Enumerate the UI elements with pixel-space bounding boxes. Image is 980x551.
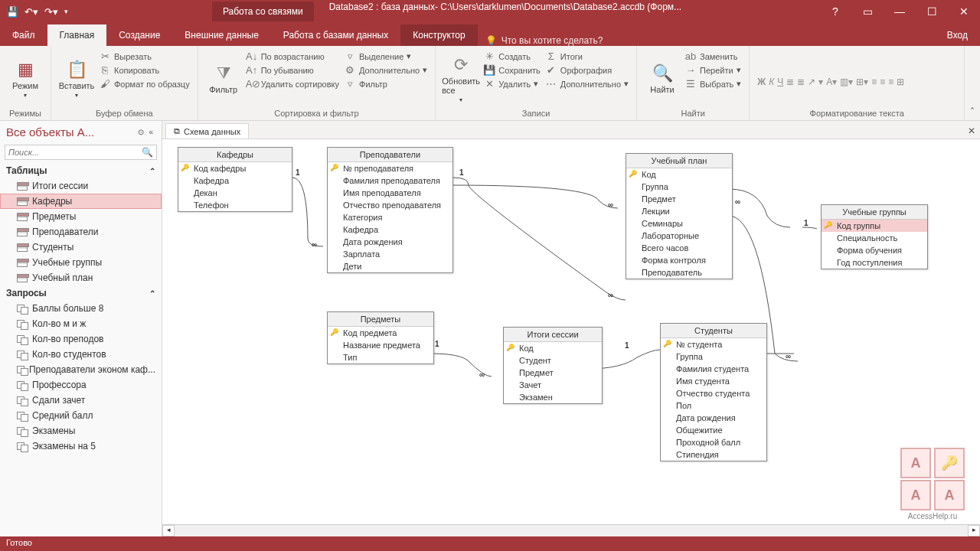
table-field[interactable]: Год поступления: [822, 256, 927, 269]
table-header[interactable]: Учебный план: [626, 154, 732, 168]
table-field[interactable]: Стипендия: [661, 448, 766, 461]
sidebar-query-item[interactable]: Кол-во студентов: [0, 347, 162, 362]
table-field[interactable]: Дети: [328, 260, 452, 272]
sidebar-query-item[interactable]: Баллы больше 8: [0, 301, 162, 316]
table-field[interactable]: Группа: [661, 350, 766, 363]
table-header[interactable]: Студенты: [661, 324, 766, 338]
tables-section[interactable]: Таблицы⌃: [0, 163, 162, 178]
sidebar-query-item[interactable]: Средний балл: [0, 408, 162, 423]
diagram-table-itog[interactable]: Итоги сессииКодСтудентПредметЗачетЭкзаме…: [503, 327, 603, 404]
table-field[interactable]: Общежитие: [661, 424, 766, 436]
table-header[interactable]: Учебные группы: [822, 205, 927, 220]
more-button[interactable]: ⋯Дополнительно ▾: [545, 78, 629, 90]
table-field[interactable]: Пол: [661, 399, 766, 412]
collapse-ribbon-icon[interactable]: ˄: [965, 46, 980, 120]
table-field[interactable]: Тип: [328, 351, 433, 364]
sidebar-table-item[interactable]: Учебные группы: [0, 255, 162, 270]
table-field[interactable]: Декан: [178, 187, 292, 199]
table-field[interactable]: Преподаватель: [626, 266, 732, 279]
table-field[interactable]: Форма контроля: [626, 254, 732, 266]
maximize-icon[interactable]: ☐: [916, 0, 948, 23]
clear-sort-button[interactable]: A⊘Удалить сортировку: [246, 78, 339, 90]
table-field[interactable]: Кафедра: [328, 223, 452, 236]
table-field[interactable]: Лабораторные: [626, 230, 732, 242]
sidebar-query-item[interactable]: Кол-во преподов: [0, 331, 162, 347]
sort-asc-button[interactable]: A↓По возрастанию: [246, 51, 339, 62]
delete-record-button[interactable]: ✕Удалить ▾: [483, 78, 541, 90]
sort-desc-button[interactable]: A↑По убыванию: [246, 64, 339, 76]
search-icon[interactable]: 🔍: [139, 145, 156, 159]
diagram-table-plan[interactable]: Учебный планКодГруппаПредметЛекцииСемина…: [626, 153, 733, 279]
minimize-icon[interactable]: —: [884, 0, 916, 23]
sidebar-query-item[interactable]: Кол-во м и ж: [0, 316, 162, 331]
sidebar-table-item[interactable]: Учебный план: [0, 270, 162, 285]
table-field[interactable]: Форма обучения: [822, 244, 927, 256]
qat-more-icon[interactable]: ▾: [64, 8, 68, 15]
table-field[interactable]: Фамилия преподавателя: [328, 174, 452, 187]
tab-dbtools[interactable]: Работа с базами данных: [271, 24, 400, 46]
tab-file[interactable]: Файл: [0, 24, 47, 46]
refresh-button[interactable]: ⟳Обновить все▾: [443, 49, 479, 109]
view-mode-button[interactable]: ▦Режим▾: [8, 49, 43, 109]
undo-icon[interactable]: ↶▾: [24, 6, 38, 18]
sidebar-query-item[interactable]: Преподаватели эконом каф...: [0, 362, 162, 377]
table-field[interactable]: Название предмета: [328, 339, 433, 351]
table-field[interactable]: Код: [626, 168, 732, 181]
table-field[interactable]: Кафедра: [178, 174, 292, 187]
sidebar-table-item[interactable]: Преподаватели: [0, 224, 162, 240]
table-field[interactable]: Предмет: [626, 193, 732, 205]
table-field[interactable]: Проходной балл: [661, 436, 766, 448]
diagram-table-prep[interactable]: Преподаватели№ преподавателяФамилия преп…: [327, 147, 453, 273]
formatpainter-button[interactable]: 🖌Формат по образцу: [99, 78, 190, 90]
save-icon[interactable]: 💾: [6, 6, 18, 18]
sidebar-query-item[interactable]: Профессора: [0, 377, 162, 393]
selection-button[interactable]: ▿Выделение ▾: [344, 51, 427, 62]
table-field[interactable]: Фамилия студента: [661, 363, 766, 375]
table-field[interactable]: Код предмета: [328, 327, 433, 339]
sidebar-query-item[interactable]: Экзамены: [0, 423, 162, 439]
table-field[interactable]: Лекции: [626, 205, 732, 217]
new-record-button[interactable]: ✳Создать: [483, 51, 541, 62]
diagram-table-kaf[interactable]: КафедрыКод кафедрыКафедраДеканТелефон: [178, 147, 292, 212]
sidebar-query-item[interactable]: Экзамены на 5: [0, 439, 162, 454]
table-field[interactable]: Студент: [504, 354, 602, 367]
nav-dropdown-icon[interactable]: ⊙: [138, 128, 144, 136]
table-field[interactable]: Дата рождения: [328, 236, 452, 248]
tell-me[interactable]: 💡Что вы хотите сделать?: [478, 35, 603, 46]
table-header[interactable]: Кафедры: [178, 148, 292, 162]
tab-home[interactable]: Главная: [47, 24, 107, 46]
table-field[interactable]: Дата рождения: [661, 412, 766, 424]
scroll-right-icon[interactable]: ▸: [968, 525, 980, 536]
table-header[interactable]: Предметы: [328, 312, 433, 327]
sidebar-query-item[interactable]: Сдали зачет: [0, 393, 162, 408]
doc-tab-schema[interactable]: ⧉Схема данных: [165, 123, 249, 139]
tab-external[interactable]: Внешние данные: [172, 24, 271, 46]
redo-icon[interactable]: ↷▾: [44, 6, 58, 18]
sidebar-table-item[interactable]: Итоги сессии: [0, 178, 162, 194]
cut-button[interactable]: ✂Вырезать: [99, 51, 190, 62]
table-field[interactable]: Зачет: [504, 379, 602, 391]
window-opts-icon[interactable]: ▭: [851, 0, 884, 23]
table-field[interactable]: Семинары: [626, 217, 732, 230]
table-field[interactable]: Код группы: [822, 220, 927, 232]
nav-collapse-icon[interactable]: «: [149, 128, 153, 136]
table-field[interactable]: Специальность: [822, 232, 927, 244]
sidebar-table-item[interactable]: Кафедры: [0, 194, 162, 209]
table-field[interactable]: № студента: [661, 338, 766, 350]
table-field[interactable]: Всего часов: [626, 242, 732, 254]
scroll-left-icon[interactable]: ◂: [162, 525, 175, 536]
table-field[interactable]: Код: [504, 342, 602, 354]
table-field[interactable]: Телефон: [178, 199, 292, 211]
table-header[interactable]: Преподаватели: [328, 148, 452, 162]
table-field[interactable]: Код кафедры: [178, 162, 292, 174]
goto-button[interactable]: →Перейти ▾: [684, 64, 741, 76]
filter-button[interactable]: ⧩Фильтр: [206, 49, 241, 109]
spell-button[interactable]: ✔Орфография: [545, 64, 629, 76]
table-field[interactable]: Предмет: [504, 367, 602, 379]
table-field[interactable]: Имя студента: [661, 375, 766, 387]
totals-button[interactable]: ΣИтоги: [545, 51, 629, 62]
advanced-button[interactable]: ⚙Дополнительно ▾: [344, 64, 427, 76]
tab-create[interactable]: Создание: [106, 24, 172, 46]
search-input[interactable]: [5, 145, 139, 159]
diagram-table-pred[interactable]: ПредметыКод предметаНазвание предметаТип: [327, 311, 434, 364]
